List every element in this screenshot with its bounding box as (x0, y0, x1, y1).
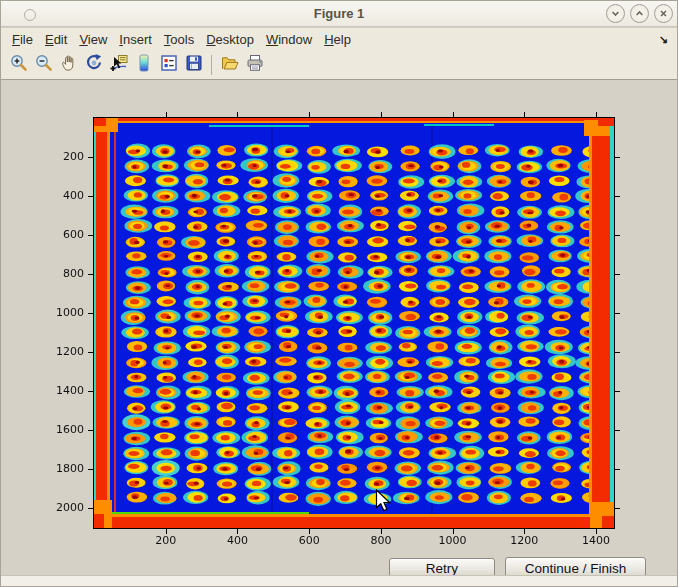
y-tick (88, 430, 93, 431)
x-tick-top (524, 112, 525, 117)
y-tick (88, 196, 93, 197)
window-controls (606, 4, 673, 23)
toolbar-separator (211, 55, 212, 75)
close-button[interactable] (654, 4, 673, 23)
x-tick-top (237, 112, 238, 117)
zoom-in-button[interactable] (6, 52, 31, 77)
chevron-up-icon (634, 8, 645, 19)
window-bottom-border (1, 575, 677, 586)
x-tick-label: 600 (287, 534, 331, 547)
zoom-out-icon (34, 53, 54, 77)
y-tick-right (615, 157, 620, 158)
data-cursor-button[interactable] (106, 52, 131, 77)
x-tick-label: 1200 (502, 534, 546, 547)
menu-tools[interactable]: Tools (158, 30, 200, 49)
y-tick-right (615, 313, 620, 314)
menu-edit[interactable]: Edit (39, 30, 73, 49)
chevron-down-icon (610, 8, 621, 19)
open-file-icon (220, 53, 240, 77)
colorbar-button[interactable] (131, 52, 156, 77)
x-tick-label: 200 (144, 534, 188, 547)
y-tick-label: 400 (34, 189, 84, 202)
heatmap-image[interactable] (94, 118, 614, 528)
pan-icon (59, 53, 79, 77)
y-tick-right (615, 274, 620, 275)
x-tick-label: 1000 (431, 534, 475, 547)
x-tick-label: 1400 (574, 534, 618, 547)
x-tick-top (166, 112, 167, 117)
y-tick-label: 800 (34, 267, 84, 280)
maximize-button[interactable] (630, 4, 649, 23)
rotate-3d-button[interactable] (81, 52, 106, 77)
figure-canvas-area: Retry Continue / Finish 2004006008001000… (1, 80, 677, 577)
y-tick-label: 1400 (34, 384, 84, 397)
y-tick (88, 157, 93, 158)
zoom-in-icon (9, 53, 29, 77)
y-tick (88, 391, 93, 392)
window-title: Figure 1 (1, 6, 677, 21)
y-tick-right (615, 235, 620, 236)
y-tick-right (615, 469, 620, 470)
y-tick-label: 1600 (34, 423, 84, 436)
open-file-button[interactable] (217, 52, 242, 77)
x-tick-top (596, 112, 597, 117)
y-tick (88, 508, 93, 509)
print-figure-button[interactable] (242, 52, 267, 77)
x-tick-label: 800 (359, 534, 403, 547)
rotate-3d-icon (84, 53, 104, 77)
x-tick-label: 400 (215, 534, 259, 547)
menu-view[interactable]: View (73, 30, 113, 49)
y-tick-label: 1800 (34, 462, 84, 475)
menu-insert[interactable]: Insert (113, 30, 158, 49)
y-tick-right (615, 391, 620, 392)
zoom-out-button[interactable] (31, 52, 56, 77)
colorbar-icon (134, 53, 154, 77)
y-tick (88, 235, 93, 236)
y-tick-right (615, 508, 620, 509)
minimize-button[interactable] (606, 4, 625, 23)
y-tick (88, 469, 93, 470)
save-figure-icon (184, 53, 204, 77)
insert-legend-button[interactable] (156, 52, 181, 77)
insert-legend-icon (159, 53, 179, 77)
menu-file[interactable]: File (6, 30, 39, 49)
y-tick-right (615, 196, 620, 197)
pan-button[interactable] (56, 52, 81, 77)
y-tick-right (615, 430, 620, 431)
menu-desktop[interactable]: Desktop (200, 30, 260, 49)
menu-bar: FileEditViewInsertToolsDesktopWindowHelp… (1, 28, 677, 50)
y-tick (88, 352, 93, 353)
menu-window[interactable]: Window (260, 30, 318, 49)
print-figure-icon (245, 53, 265, 77)
y-tick-label: 1200 (34, 345, 84, 358)
figure-window: Figure 1 FileEditViewInsertToolsDesktopW… (0, 0, 678, 587)
x-tick-top (453, 112, 454, 117)
y-tick (88, 313, 93, 314)
save-figure-button[interactable] (181, 52, 206, 77)
window-titlebar[interactable]: Figure 1 (1, 1, 677, 27)
dock-figure-icon[interactable]: ↘ (659, 33, 677, 46)
menu-help[interactable]: Help (318, 30, 357, 49)
y-tick-label: 600 (34, 228, 84, 241)
y-tick-label: 200 (34, 150, 84, 163)
figure-toolbar (1, 50, 677, 80)
close-icon (658, 8, 669, 19)
y-tick (88, 274, 93, 275)
data-cursor-icon (109, 53, 129, 77)
x-tick-top (381, 112, 382, 117)
plot-axes[interactable] (93, 117, 615, 529)
y-tick-label: 1000 (34, 306, 84, 319)
y-tick-label: 2000 (34, 501, 84, 514)
y-tick-right (615, 352, 620, 353)
x-tick-top (309, 112, 310, 117)
